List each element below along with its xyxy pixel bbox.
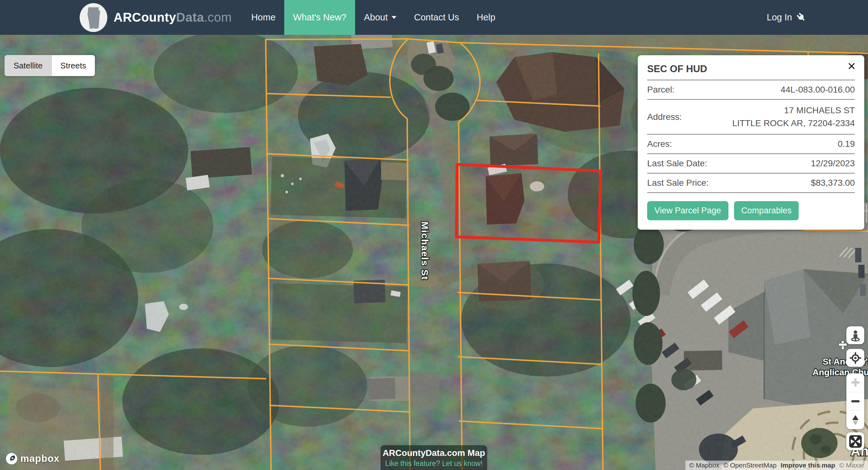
compass-icon bbox=[850, 414, 861, 427]
attrib-mapbox[interactable]: © Mapbox bbox=[689, 462, 719, 469]
fullscreen-button[interactable] bbox=[846, 432, 864, 450]
zoom-in-button[interactable] bbox=[846, 373, 864, 392]
nav-item-home[interactable]: Home bbox=[243, 0, 284, 35]
satellite-toggle-button[interactable]: Satellite bbox=[5, 55, 52, 76]
panel-title: SEC OF HUD bbox=[647, 60, 855, 80]
comparables-button[interactable]: Comparables bbox=[734, 201, 799, 220]
nav-items: Home What's New? About Contact Us Help bbox=[243, 0, 504, 35]
arkansas-logo-icon bbox=[79, 2, 108, 33]
row-value: 12/29/2023 bbox=[811, 158, 855, 168]
row-last-sale-date: Last Sale Date: 12/29/2023 bbox=[647, 153, 855, 173]
geolocate-icon bbox=[849, 351, 862, 365]
row-parcel: Parcel: 44L-083.00-016.00 bbox=[647, 80, 855, 99]
attrib-maxar[interactable]: © Maxar bbox=[839, 462, 864, 469]
mapbox-logo[interactable]: mapbox bbox=[6, 453, 60, 465]
nav-item-whats-new[interactable]: What's New? bbox=[284, 0, 355, 35]
improve-map-link[interactable]: Improve this map bbox=[780, 462, 835, 469]
street-label: Michaels St bbox=[420, 221, 430, 280]
row-value: 44L-083.00-016.00 bbox=[780, 85, 855, 95]
row-label: Acres: bbox=[647, 139, 672, 149]
row-value: 0.19 bbox=[838, 139, 855, 149]
chevron-down-icon bbox=[392, 16, 397, 19]
plus-icon bbox=[850, 377, 861, 388]
plug-icon bbox=[797, 12, 807, 23]
row-label: Address: bbox=[647, 112, 682, 122]
nav-item-about[interactable]: About bbox=[355, 0, 405, 35]
close-icon[interactable]: ✕ bbox=[847, 61, 857, 71]
geolocate-button[interactable] bbox=[846, 349, 864, 367]
nav-item-help[interactable]: Help bbox=[468, 0, 504, 35]
brand-link[interactable]: ARCountyData.com bbox=[79, 0, 232, 35]
row-label: Last Sale Price: bbox=[647, 178, 709, 188]
row-acres: Acres: 0.19 bbox=[647, 134, 855, 153]
parcel-info-panel: ✕ SEC OF HUD Parcel: 44L-083.00-016.00 A… bbox=[638, 55, 864, 230]
map-footer-overlay: ARCountyData.com Map Like this feature? … bbox=[380, 445, 487, 470]
feedback-link[interactable]: Like this feature? Let us know! bbox=[380, 459, 487, 468]
basemap-toggle: Satellite Streets bbox=[4, 55, 95, 76]
map-title: ARCountyData.com Map bbox=[380, 448, 487, 458]
brand-text: ARCountyData.com bbox=[114, 10, 232, 25]
row-address: Address: 17 MICHAELS ST LITTLE ROCK AR, … bbox=[647, 99, 855, 134]
row-label: Parcel: bbox=[647, 85, 675, 95]
fullscreen-icon bbox=[848, 435, 862, 448]
view-parcel-page-button[interactable]: View Parcel Page bbox=[647, 201, 728, 220]
attribution-bar: © Mapbox © OpenStreetMap Improve this ma… bbox=[685, 461, 868, 470]
row-last-sale-price: Last Sale Price: $83,373.00 bbox=[647, 173, 855, 192]
row-value: $83,373.00 bbox=[811, 178, 855, 188]
attrib-osm[interactable]: © OpenStreetMap bbox=[723, 462, 777, 469]
mapbox-wordmark: mapbox bbox=[21, 453, 60, 464]
compass-button[interactable] bbox=[846, 411, 864, 429]
zoom-control bbox=[846, 373, 864, 429]
navbar: ARCountyData.com Home What's New? About … bbox=[0, 0, 868, 35]
zoom-out-button[interactable] bbox=[846, 392, 864, 411]
pegman-icon bbox=[849, 329, 862, 342]
pegman-button[interactable] bbox=[846, 326, 864, 344]
row-label: Last Sale Date: bbox=[647, 158, 707, 168]
selected-parcel-outline[interactable] bbox=[457, 164, 601, 242]
mapbox-icon bbox=[6, 453, 18, 465]
login-button[interactable]: Log In bbox=[767, 0, 807, 35]
minus-icon bbox=[850, 396, 861, 407]
panel-buttons: View Parcel Page Comparables bbox=[647, 201, 855, 220]
panel-rows: Parcel: 44L-083.00-016.00 Address: 17 MI… bbox=[647, 80, 855, 193]
streets-toggle-button[interactable]: Streets bbox=[52, 55, 95, 76]
nav-item-contact[interactable]: Contact Us bbox=[405, 0, 468, 35]
row-value: 17 MICHAELS ST LITTLE ROCK AR, 72204-233… bbox=[732, 104, 855, 130]
